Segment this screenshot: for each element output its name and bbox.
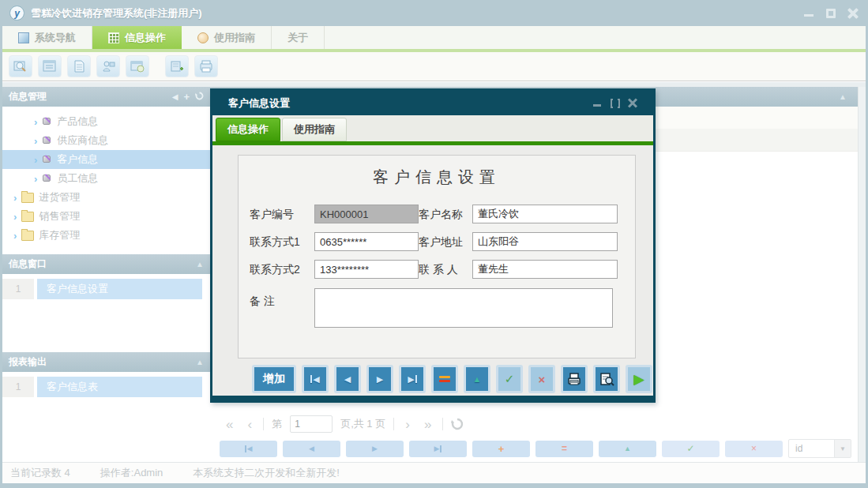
prev-page-button[interactable]: ‹ xyxy=(244,416,255,433)
status-message: 本系统支持二次开发和全新开发! xyxy=(193,466,340,480)
tab-user-guide[interactable]: 使用指南 xyxy=(182,26,272,49)
next-record-button[interactable]: ▶ xyxy=(366,365,393,393)
window-titlebar: y 雪糕冷饮进销存管理系统(非注册用户) xyxy=(0,0,868,26)
first-record-nav-button[interactable]: ◀ xyxy=(220,441,277,457)
dialog-tab-user-guide[interactable]: 使用指南 xyxy=(282,118,347,141)
edit-record-button[interactable]: ▲ xyxy=(464,365,490,393)
operator-label: 操作者:Admin xyxy=(100,466,163,480)
page-number-input[interactable] xyxy=(290,415,333,433)
close-icon[interactable] xyxy=(847,8,859,19)
form-view-button[interactable] xyxy=(38,55,62,77)
grid-icon xyxy=(108,32,119,43)
sort-field-select[interactable]: id ▼ xyxy=(788,439,851,458)
search-icon xyxy=(13,60,28,73)
last-page-button[interactable]: » xyxy=(421,416,434,433)
remark-field[interactable] xyxy=(314,288,613,328)
dialog-tab-info-operations[interactable]: 信息操作 xyxy=(216,118,280,141)
record-nav-bar: ◀ ◀ ▶ ▶ + = ▲ ✓ × id ▼ xyxy=(220,439,851,458)
dropdown-arrow-icon[interactable]: ▼ xyxy=(834,440,851,457)
play-icon: ▶ xyxy=(633,371,644,388)
save-record-button[interactable]: ✓ xyxy=(496,365,523,393)
main-toolbar xyxy=(2,52,866,81)
user-button[interactable] xyxy=(96,55,120,77)
maximize-icon[interactable] xyxy=(825,8,836,19)
edit-record-nav-button[interactable]: ▲ xyxy=(599,441,656,457)
info-panel-header[interactable]: 信息管理 ◀ + xyxy=(2,87,210,107)
reports-panel-header[interactable]: 报表输出 ▲ xyxy=(2,352,210,372)
document-button[interactable] xyxy=(67,55,91,77)
print-setup-button[interactable] xyxy=(194,55,218,77)
export-button[interactable] xyxy=(165,55,189,77)
dialog-maximize-icon[interactable] xyxy=(611,99,620,108)
next-page-button[interactable]: › xyxy=(402,416,413,433)
cancel-record-button[interactable]: × xyxy=(528,365,555,393)
form-icon xyxy=(43,60,57,73)
sidebar-item-inventory-mgmt[interactable]: › 库存管理 xyxy=(2,226,210,245)
chevron-right-icon: › xyxy=(34,117,37,127)
main-tabbar: 系统导航 信息操作 使用指南 关于 xyxy=(2,26,866,49)
folder-icon xyxy=(21,212,34,222)
window-button[interactable] xyxy=(126,55,149,77)
record-count-label: 当前记录数 4 xyxy=(10,466,70,480)
sidebar-item-sales-mgmt[interactable]: › 销售管理 xyxy=(2,207,210,226)
windows-panel-header[interactable]: 信息窗口 ▲ xyxy=(2,254,210,274)
prev-record-nav-button[interactable]: ◀ xyxy=(283,441,340,457)
tab-about[interactable]: 关于 xyxy=(272,26,325,49)
phone1-field[interactable] xyxy=(314,232,419,251)
next-record-nav-button[interactable]: ▶ xyxy=(346,441,404,457)
refresh-tree-icon[interactable] xyxy=(195,92,204,102)
window-title: 雪糕冷饮进销存管理系统(非注册用户) xyxy=(31,6,202,21)
print-preview-icon xyxy=(599,372,614,386)
customer-code-field[interactable] xyxy=(314,205,419,223)
first-record-button[interactable]: ◀ xyxy=(302,365,329,393)
first-page-button[interactable]: « xyxy=(223,416,236,433)
sidebar-item-product-info[interactable]: › 产品信息 xyxy=(2,112,210,131)
last-record-button[interactable]: ▶ xyxy=(399,365,426,393)
tab-info-operations[interactable]: 信息操作 xyxy=(92,26,182,49)
chevron-right-icon: › xyxy=(34,136,37,146)
system-nav-icon xyxy=(18,32,29,43)
last-record-nav-button[interactable]: ▶ xyxy=(409,441,467,457)
dialog-tabbar: 信息操作 使用指南 xyxy=(212,115,653,141)
search-button[interactable] xyxy=(9,55,32,77)
dialog-close-icon[interactable] xyxy=(628,99,637,108)
tree-label: 客户信息 xyxy=(57,152,98,167)
vertical-scrollbar[interactable] xyxy=(858,87,866,462)
sidebar-item-supplier-info[interactable]: › 供应商信息 xyxy=(2,131,210,150)
collapse-left-icon[interactable]: ◀ xyxy=(172,92,178,101)
chevron-right-icon: › xyxy=(34,174,37,184)
info-panel-title: 信息管理 xyxy=(9,90,47,103)
dialog-minimize-icon[interactable] xyxy=(593,99,603,108)
address-field[interactable] xyxy=(472,232,618,251)
add-record-button[interactable]: 增加 xyxy=(252,365,296,393)
print-preview-button[interactable] xyxy=(593,365,620,393)
address-label: 客户地址 xyxy=(419,235,463,250)
refresh-icon[interactable] xyxy=(451,418,464,430)
prev-record-button[interactable]: ◀ xyxy=(334,365,361,393)
contact-field[interactable] xyxy=(472,260,618,279)
sidebar-tree: › 产品信息 › 供应商信息 › 客户信息 › 员工信息 › xyxy=(2,107,210,245)
dialog-titlebar[interactable]: 客户信息设置 xyxy=(212,91,653,115)
add-record-nav-button[interactable]: + xyxy=(472,441,530,457)
expand-all-icon[interactable]: + xyxy=(183,91,190,103)
minimize-icon[interactable] xyxy=(803,8,814,19)
collapse-icon[interactable]: ▲ xyxy=(196,358,204,366)
phone2-field[interactable] xyxy=(314,260,419,279)
sidebar-item-purchase-mgmt[interactable]: › 进货管理 xyxy=(2,188,210,207)
print-button[interactable] xyxy=(561,365,588,393)
tab-system-nav[interactable]: 系统导航 xyxy=(2,26,92,49)
collapse-icon[interactable]: ▲ xyxy=(196,260,204,268)
run-query-button[interactable]: ▶ xyxy=(626,365,652,393)
collapse-icon[interactable]: ▲ xyxy=(839,92,847,101)
report-item[interactable]: 1 客户信息表 xyxy=(2,377,210,397)
open-window-item[interactable]: 1 客户信息设置 xyxy=(2,279,210,299)
customer-form-panel: 客户信息设置 客户编号 客户名称 联系方式1 客户地址 联系方式2 联 系 人 … xyxy=(238,155,636,358)
sidebar-item-customer-info[interactable]: › 客户信息 xyxy=(2,150,210,169)
save-record-nav-button[interactable]: ✓ xyxy=(662,441,720,457)
user-icon xyxy=(101,60,115,73)
delete-record-nav-button[interactable]: = xyxy=(535,441,593,457)
delete-record-button[interactable] xyxy=(431,365,458,393)
customer-name-field[interactable] xyxy=(472,205,618,223)
sidebar-item-employee-info[interactable]: › 员工信息 xyxy=(2,169,210,188)
cancel-record-nav-button[interactable]: × xyxy=(725,441,783,457)
